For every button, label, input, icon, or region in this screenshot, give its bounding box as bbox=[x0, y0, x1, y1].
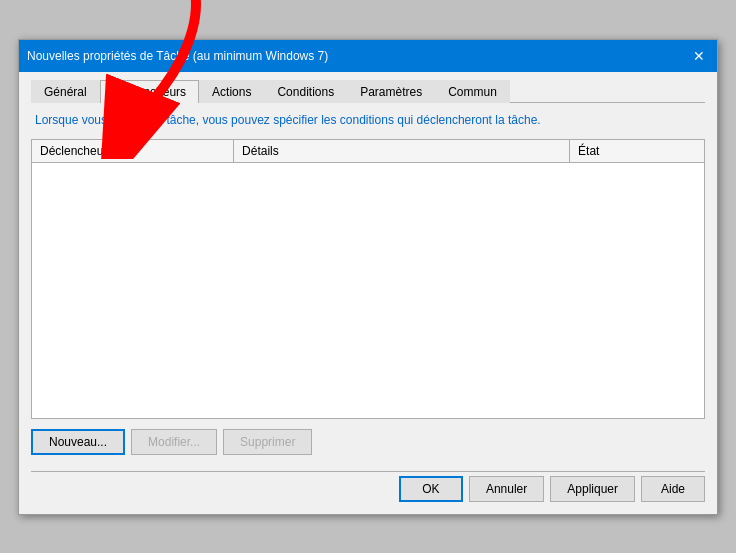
nouveau-button[interactable]: Nouveau... bbox=[31, 429, 125, 455]
triggers-table-container: Déclencheur Détails État bbox=[31, 139, 705, 419]
tab-description: Lorsque vous créez une tâche, vous pouve… bbox=[31, 113, 705, 127]
col-etat: État bbox=[570, 140, 704, 163]
footer-buttons: OK Annuler Appliquer Aide bbox=[31, 471, 705, 502]
arrow-container: Déclencheur Détails État bbox=[31, 139, 705, 419]
tab-general[interactable]: Général bbox=[31, 80, 100, 103]
col-details: Détails bbox=[234, 140, 570, 163]
window-body: Général Déclencheurs Actions Conditions … bbox=[19, 72, 717, 514]
triggers-table: Déclencheur Détails État bbox=[32, 140, 704, 163]
appliquer-button[interactable]: Appliquer bbox=[550, 476, 635, 502]
tab-parametres[interactable]: Paramètres bbox=[347, 80, 435, 103]
ok-button[interactable]: OK bbox=[399, 476, 463, 502]
close-button[interactable]: ✕ bbox=[689, 46, 709, 66]
tab-commun[interactable]: Commun bbox=[435, 80, 510, 103]
tab-actions[interactable]: Actions bbox=[199, 80, 264, 103]
window-title: Nouvelles propriétés de Tâche (au minimu… bbox=[27, 49, 328, 63]
modifier-button[interactable]: Modifier... bbox=[131, 429, 217, 455]
aide-button[interactable]: Aide bbox=[641, 476, 705, 502]
tab-bar: Général Déclencheurs Actions Conditions … bbox=[31, 80, 705, 103]
main-window: Nouvelles propriétés de Tâche (au minimu… bbox=[18, 39, 718, 515]
annuler-button[interactable]: Annuler bbox=[469, 476, 544, 502]
tab-conditions[interactable]: Conditions bbox=[264, 80, 347, 103]
action-buttons: Nouveau... Modifier... Supprimer bbox=[31, 429, 705, 455]
supprimer-button[interactable]: Supprimer bbox=[223, 429, 312, 455]
title-bar: Nouvelles propriétés de Tâche (au minimu… bbox=[19, 40, 717, 72]
tab-declencheurs[interactable]: Déclencheurs bbox=[100, 80, 199, 103]
col-declencheur: Déclencheur bbox=[32, 140, 234, 163]
